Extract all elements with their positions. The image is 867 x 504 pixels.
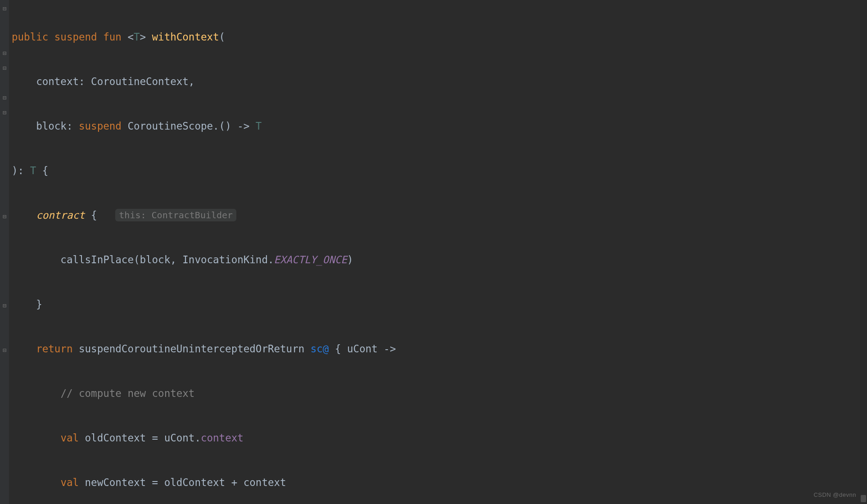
- token-kw: suspend: [54, 31, 97, 43]
- inlay-hint: this: ContractBuilder: [115, 209, 236, 221]
- token-id: [12, 477, 60, 488]
- fold-toggle-icon[interactable]: ⊟: [1, 94, 8, 101]
- token-id: [12, 343, 36, 355]
- token-type: T: [134, 31, 140, 43]
- token-id: {: [36, 165, 48, 176]
- token-id: oldContext = uCont.: [79, 432, 201, 444]
- token-id: [97, 209, 116, 221]
- token-id: uCont: [341, 343, 384, 355]
- code-line: }: [12, 297, 859, 312]
- token-id: [12, 209, 36, 221]
- token-type: T: [256, 120, 262, 132]
- token-id: suspendCoroutineUninterceptedOrReturn: [72, 343, 310, 355]
- gutter: ⊟⊟⊟⊟⊟⊟⊟⊟: [0, 0, 9, 504]
- token-id: block:: [12, 120, 79, 132]
- code-line: ): T {: [12, 163, 859, 178]
- token-kw: public: [12, 31, 48, 43]
- token-id: [12, 432, 60, 444]
- code-line: contract { this: ContractBuilder: [12, 208, 859, 223]
- token-id: ->: [384, 343, 396, 355]
- code-line: callsInPlace(block, InvocationKind.EXACT…: [12, 252, 859, 267]
- fold-toggle-icon[interactable]: ⊟: [1, 50, 8, 56]
- token-id: ): [347, 254, 353, 266]
- token-id: newContext = oldContext + context: [79, 477, 286, 488]
- token-id: {: [335, 343, 341, 355]
- token-enum: EXACTLY_ONCE: [274, 254, 347, 266]
- token-kw: suspend: [79, 120, 122, 132]
- code-line: context: CoroutineContext,: [12, 74, 859, 89]
- token-id: ):: [12, 165, 30, 176]
- token-kw: return: [36, 343, 72, 355]
- vertical-scrollbar[interactable]: [860, 0, 867, 504]
- fold-toggle-icon[interactable]: ⊟: [1, 347, 8, 353]
- token-kw: fun: [103, 31, 122, 43]
- token-id: CoroutineScope.() ->: [122, 120, 256, 132]
- token-comm: // compute new context: [60, 387, 194, 399]
- token-id: [12, 387, 60, 399]
- code-line: val oldContext = uCont.context: [12, 431, 859, 446]
- token-kw: val: [60, 432, 79, 444]
- scrollbar-thumb[interactable]: [861, 495, 866, 502]
- fold-toggle-icon[interactable]: ⊟: [1, 65, 8, 71]
- code-line: public suspend fun <T> withContext(: [12, 30, 859, 45]
- fold-toggle-icon[interactable]: ⊟: [1, 213, 8, 220]
- token-id: {: [91, 209, 97, 221]
- code-editor[interactable]: ⊟⊟⊟⊟⊟⊟⊟⊟ public suspend fun <T> withCont…: [0, 0, 867, 504]
- code-line: // compute new context: [12, 386, 859, 401]
- token-id: [85, 209, 91, 221]
- token-id: [329, 343, 335, 355]
- token-id: context: CoroutineContext,: [12, 76, 194, 87]
- fold-toggle-icon[interactable]: ⊟: [1, 109, 8, 116]
- token-type: T: [30, 165, 36, 176]
- fold-toggle-icon[interactable]: ⊟: [1, 302, 8, 309]
- token-id: callsInPlace(block, InvocationKind.: [12, 254, 274, 266]
- token-fni: contract: [36, 209, 85, 221]
- code-line: block: suspend CoroutineScope.() -> T: [12, 119, 859, 134]
- token-prop: context: [201, 432, 244, 444]
- token-id: }: [12, 298, 42, 310]
- code-line: val newContext = oldContext + context: [12, 475, 859, 490]
- token-lbl: sc@: [311, 343, 329, 355]
- token-id: >: [140, 31, 152, 43]
- token-id: (: [219, 31, 226, 43]
- watermark: CSDN @devnn: [813, 487, 856, 502]
- token-id: <: [122, 31, 134, 43]
- token-fn: withContext: [152, 31, 219, 43]
- token-kw: val: [60, 477, 79, 488]
- token-id: [97, 31, 104, 43]
- token-id: [48, 31, 54, 43]
- fold-toggle-icon[interactable]: ⊟: [1, 5, 8, 12]
- code-area[interactable]: public suspend fun <T> withContext( cont…: [12, 0, 859, 504]
- code-line: return suspendCoroutineUninterceptedOrRe…: [12, 342, 859, 356]
